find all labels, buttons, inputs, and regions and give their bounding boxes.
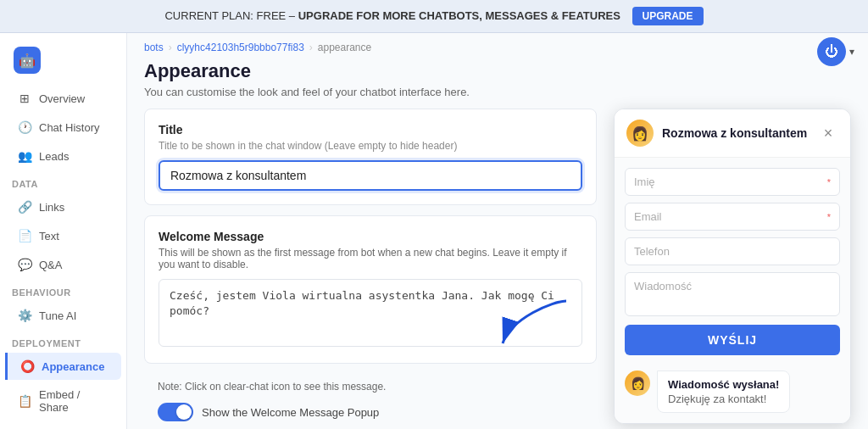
overview-icon: ⊞ (17, 92, 32, 105)
advanced-section-label: Advanced (0, 421, 126, 429)
sidebar-text-label: Text (39, 230, 59, 242)
toggle-knob (176, 404, 192, 420)
chat-field-wiadomosc-placeholder: Wiadomość (634, 280, 692, 292)
sidebar-item-text[interactable]: 📄 Text (5, 222, 121, 249)
content-area: Title Title to be shown in the chat wind… (127, 109, 868, 429)
banner-highlight: UPGRADE FOR MORE CHATBOTS, MESSAGES & FE… (298, 9, 620, 22)
user-power-button[interactable]: ⏻ (817, 37, 846, 66)
top-right-user[interactable]: ⏻ ▾ (817, 37, 854, 66)
required-star-imie: * (827, 177, 831, 187)
chat-field-telefon-placeholder: Telefon (634, 245, 670, 258)
sidebar-item-tune-ai[interactable]: ⚙️ Tune AI (5, 302, 121, 329)
page-title: Appearance (127, 57, 868, 84)
toggle-label: Show the Welcome Message Popup (202, 406, 379, 419)
tune-ai-icon: ⚙️ (17, 309, 32, 322)
chat-field-email-placeholder: Email (634, 210, 662, 223)
appearance-icon: ⭕ (19, 359, 35, 373)
page-subtitle: You can customise the look and feel of y… (127, 84, 868, 109)
welcome-field-desc: This will be shown as the first message … (159, 247, 582, 270)
links-icon: 🔗 (17, 200, 32, 214)
leads-icon: 👥 (17, 149, 32, 163)
sidebar-links-label: Links (39, 201, 64, 214)
chat-close-button[interactable]: × (818, 123, 838, 143)
chat-history-icon: 🕐 (17, 120, 32, 134)
qa-icon: 💬 (17, 258, 32, 271)
welcome-field-label: Welcome Message (159, 230, 582, 243)
breadcrumb: bots › clyyhc42103h5r9bbbo77fi83 › appea… (127, 33, 868, 57)
chat-field-imie-placeholder: Imię (634, 176, 655, 188)
embed-icon: 📋 (17, 394, 32, 408)
sidebar-chat-history-label: Chat History (39, 121, 100, 134)
chat-success-message: 👩 Wiadomość wysłana! Dziękuję za kontakt… (625, 370, 840, 413)
chat-success-body: Dziękuję za kontakt! (668, 393, 766, 405)
deployment-section-label: Deployment (0, 330, 126, 352)
toggle-row: Show the Welcome Message Popup (144, 399, 597, 425)
chat-window: 👩 Rozmowa z konsultantem × Imię * (614, 109, 851, 424)
sidebar-overview-label: Overview (39, 92, 85, 105)
welcome-section-card: Welcome Message This will be shown as th… (144, 215, 597, 364)
data-section-label: Data (0, 170, 126, 192)
chat-header-title: Rozmowa z konsultantem (662, 126, 810, 140)
logo-icon: 🤖 (14, 47, 41, 74)
title-field-hint: Title to be shown in the chat window (Le… (159, 140, 582, 152)
time-label: Time (in seconds). (144, 425, 597, 429)
title-input[interactable] (159, 160, 582, 191)
title-field-label: Title (159, 123, 582, 136)
sidebar-item-links[interactable]: 🔗 Links (5, 193, 121, 220)
chat-msg-avatar: 👩 (625, 370, 650, 396)
sidebar-item-qa[interactable]: 💬 Q&A (5, 251, 121, 278)
chat-field-wiadomosc[interactable]: Wiadomość (625, 272, 840, 316)
behaviour-section-label: Behaviour (0, 279, 126, 301)
chat-field-telefon[interactable]: Telefon (625, 237, 840, 265)
banner-text: CURRENT PLAN: FREE – (164, 9, 298, 22)
chat-body: Imię * Email * Telefon (615, 158, 850, 423)
sidebar-tune-ai-label: Tune AI (39, 309, 76, 322)
welcome-popup-toggle[interactable] (158, 403, 193, 421)
sidebar-item-appearance[interactable]: ⭕ Appearance (5, 353, 121, 380)
breadcrumb-page: appearance (318, 42, 371, 53)
user-chevron-icon: ▾ (849, 46, 854, 58)
welcome-textarea[interactable]: Cześć, jestem Viola wirtualna asystentka… (159, 279, 582, 347)
sidebar-item-leads[interactable]: 👥 Leads (5, 142, 121, 170)
chat-header: 👩 Rozmowa z konsultantem × (615, 109, 850, 158)
sidebar-embed-label: Embed / Share (39, 388, 109, 414)
title-section-card: Title Title to be shown in the chat wind… (144, 109, 597, 205)
form-panel: Title Title to be shown in the chat wind… (144, 109, 597, 429)
chat-submit-button[interactable]: WYŚLIJ (625, 325, 840, 355)
sidebar: 🤖 ⊞ Overview 🕐 Chat History 👥 Leads Data… (0, 33, 127, 429)
text-icon: 📄 (17, 229, 32, 242)
breadcrumb-bot-id[interactable]: clyyhc42103h5r9bbbo77fi83 (177, 42, 304, 53)
upgrade-button[interactable]: UPGRADE (632, 7, 704, 25)
sidebar-item-overview[interactable]: ⊞ Overview (5, 85, 121, 112)
sidebar-leads-label: Leads (39, 150, 69, 163)
sidebar-appearance-label: Appearance (42, 360, 104, 373)
note-text: Note: Click on clear-chat icon to see th… (144, 381, 597, 393)
chat-bubble: Wiadomość wysłana! Dziękuję za kontakt! (657, 370, 790, 413)
breadcrumb-bots[interactable]: bots (144, 42, 164, 53)
sidebar-item-chat-history[interactable]: 🕐 Chat History (5, 114, 121, 141)
required-star-email: * (827, 212, 831, 222)
chat-form-fields: Imię * Email * Telefon (625, 168, 840, 316)
chat-field-imie[interactable]: Imię * (625, 168, 840, 196)
sidebar-item-embed[interactable]: 📋 Embed / Share (5, 382, 121, 421)
sidebar-logo: 🤖 (0, 40, 126, 84)
chat-preview: 👩 Rozmowa z konsultantem × Imię * (614, 109, 851, 429)
top-banner: CURRENT PLAN: FREE – UPGRADE FOR MORE CH… (0, 0, 868, 33)
main-content: bots › clyyhc42103h5r9bbbo77fi83 › appea… (127, 33, 868, 429)
sidebar-qa-label: Q&A (39, 259, 62, 271)
chat-header-avatar: 👩 (626, 120, 654, 147)
chat-success-title: Wiadomość wysłana! (668, 378, 779, 391)
chat-field-email[interactable]: Email * (625, 203, 840, 231)
